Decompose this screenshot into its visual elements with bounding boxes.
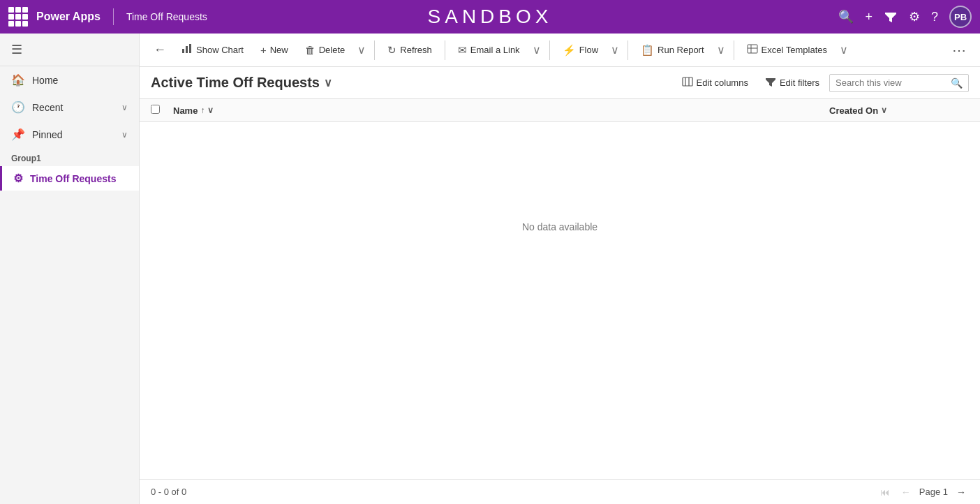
name-sort-icon: ↑	[200, 105, 205, 115]
checkbox-all[interactable]	[151, 105, 160, 114]
toolbar-divider-2	[445, 40, 445, 60]
table-header: Name ↑ ∨ Created On ∨	[140, 99, 980, 122]
pin-icon: 📌	[11, 128, 25, 141]
top-bar: Power Apps Time Off Requests SANDBOX 🔍 +…	[0, 0, 980, 34]
sidebar-item-recent-label: Recent	[32, 102, 63, 113]
search-icon: 🔍	[951, 77, 963, 89]
toolbar-divider-5	[734, 40, 734, 60]
sidebar-item-pinned-label: Pinned	[32, 129, 63, 140]
refresh-icon: ↻	[387, 44, 396, 57]
toolbar-divider-3	[549, 40, 550, 60]
show-chart-label: Show Chart	[196, 45, 244, 55]
svg-rect-2	[189, 44, 191, 53]
record-count: 0 - 0 of 0	[151, 487, 186, 497]
sidebar-item-pinned[interactable]: 📌 Pinned ∨	[0, 121, 139, 148]
view-title-dropdown-icon[interactable]: ∨	[324, 76, 332, 89]
recent-icon: 🕐	[11, 101, 25, 114]
page-label: Page 1	[919, 487, 948, 497]
recent-chevron-icon: ∨	[121, 103, 128, 112]
edit-filters-label: Edit filters	[780, 77, 819, 88]
toolbar: ← Show Chart + New 🗑 Delete ∨ ↻ Refresh	[140, 34, 980, 67]
email-icon: ✉	[458, 44, 467, 57]
email-link-label: Email a Link	[470, 45, 520, 55]
view-title: Active Time Off Requests ∨	[151, 75, 332, 91]
run-report-label: Run Report	[658, 45, 704, 55]
excel-templates-label: Excel Templates	[762, 45, 827, 55]
refresh-label: Refresh	[400, 45, 432, 55]
view-title-text: Active Time Off Requests	[151, 75, 320, 91]
next-page-button[interactable]: →	[953, 485, 969, 499]
first-page-button[interactable]: ⏮	[877, 485, 893, 499]
sidebar-entity-label: Time Off Requests	[30, 173, 116, 184]
name-sort-dropdown-icon: ∨	[207, 105, 214, 115]
app-name: Power Apps	[36, 10, 101, 23]
edit-filters-icon	[765, 76, 776, 89]
search-box: 🔍	[829, 74, 969, 92]
excel-templates-button[interactable]: Excel Templates	[740, 40, 834, 60]
advanced-filter-icon[interactable]	[884, 10, 898, 24]
sidebar-item-home-label: Home	[32, 75, 58, 86]
excel-icon	[747, 43, 758, 57]
show-chart-button[interactable]: Show Chart	[175, 40, 251, 60]
sandbox-label: SANDBOX	[428, 6, 553, 28]
sidebar-collapse-button[interactable]: ☰	[0, 34, 139, 66]
sidebar-item-home[interactable]: 🏠 Home	[0, 66, 139, 94]
new-icon: +	[260, 44, 267, 56]
main-layout: ☰ 🏠 Home 🕐 Recent ∨ 📌 Pinned ∨ Group1 ⚙ …	[0, 34, 980, 504]
flow-label: Flow	[579, 45, 598, 55]
table-area: Name ↑ ∨ Created On ∨ No data available	[140, 99, 980, 479]
edit-columns-button[interactable]: Edit columns	[675, 73, 755, 93]
edit-columns-icon	[682, 76, 693, 89]
search-input[interactable]	[836, 77, 946, 88]
chart-icon	[181, 43, 193, 57]
col-name-header[interactable]: Name ↑ ∨	[173, 105, 829, 116]
col-name-label: Name	[173, 105, 198, 116]
edit-columns-label: Edit columns	[697, 77, 748, 88]
delete-button[interactable]: 🗑 Delete	[298, 40, 352, 59]
new-label: New	[270, 45, 288, 55]
email-dropdown-button[interactable]: ∨	[530, 40, 544, 60]
flow-button[interactable]: ⚡ Flow	[556, 40, 605, 60]
content-area: ← Show Chart + New 🗑 Delete ∨ ↻ Refresh	[140, 34, 980, 504]
flow-dropdown-button[interactable]: ∨	[608, 40, 622, 60]
sidebar-item-recent[interactable]: 🕐 Recent ∨	[0, 94, 139, 121]
col-created-header[interactable]: Created On ∨	[829, 105, 969, 116]
pinned-chevron-icon: ∨	[121, 130, 128, 140]
user-avatar[interactable]: PB	[949, 6, 972, 28]
help-icon[interactable]: ?	[931, 10, 938, 24]
pagination: ⏮ ← Page 1 →	[877, 485, 969, 499]
edit-filters-button[interactable]: Edit filters	[758, 73, 826, 93]
run-report-dropdown-button[interactable]: ∨	[714, 40, 728, 60]
more-options-button[interactable]: ⋯	[946, 42, 972, 59]
delete-label: Delete	[319, 45, 346, 55]
entity-icon: ⚙	[13, 172, 23, 185]
prev-page-button[interactable]: ←	[898, 485, 914, 499]
refresh-button[interactable]: ↻ Refresh	[380, 40, 439, 60]
topbar-divider	[113, 8, 114, 25]
back-button[interactable]: ←	[148, 39, 172, 61]
excel-dropdown-button[interactable]: ∨	[837, 40, 851, 60]
app-launcher-button[interactable]	[8, 7, 28, 27]
svg-rect-1	[186, 46, 188, 53]
footer: 0 - 0 of 0 ⏮ ← Page 1 →	[140, 479, 980, 504]
svg-rect-6	[683, 77, 692, 86]
new-button[interactable]: + New	[253, 40, 295, 59]
global-search-icon[interactable]: 🔍	[838, 9, 854, 24]
email-link-button[interactable]: ✉ Email a Link	[451, 40, 527, 60]
home-icon: 🏠	[11, 73, 25, 87]
run-report-button[interactable]: 📋 Run Report	[634, 40, 711, 60]
select-all-checkbox[interactable]	[151, 105, 173, 116]
sidebar: ☰ 🏠 Home 🕐 Recent ∨ 📌 Pinned ∨ Group1 ⚙ …	[0, 34, 140, 504]
entity-name: Time Off Requests	[126, 11, 207, 22]
sidebar-group-label: Group1	[0, 148, 139, 166]
add-icon[interactable]: +	[865, 10, 873, 24]
toolbar-divider-4	[628, 40, 628, 60]
settings-icon[interactable]: ⚙	[909, 9, 920, 24]
sidebar-item-time-off-requests[interactable]: ⚙ Time Off Requests	[0, 166, 139, 191]
view-header: Active Time Off Requests ∨ Edit columns	[140, 67, 980, 99]
no-data-message: No data available	[140, 122, 980, 332]
delete-dropdown-button[interactable]: ∨	[355, 40, 369, 60]
svg-rect-3	[748, 45, 757, 53]
flow-icon: ⚡	[563, 44, 576, 57]
svg-rect-0	[182, 49, 184, 53]
